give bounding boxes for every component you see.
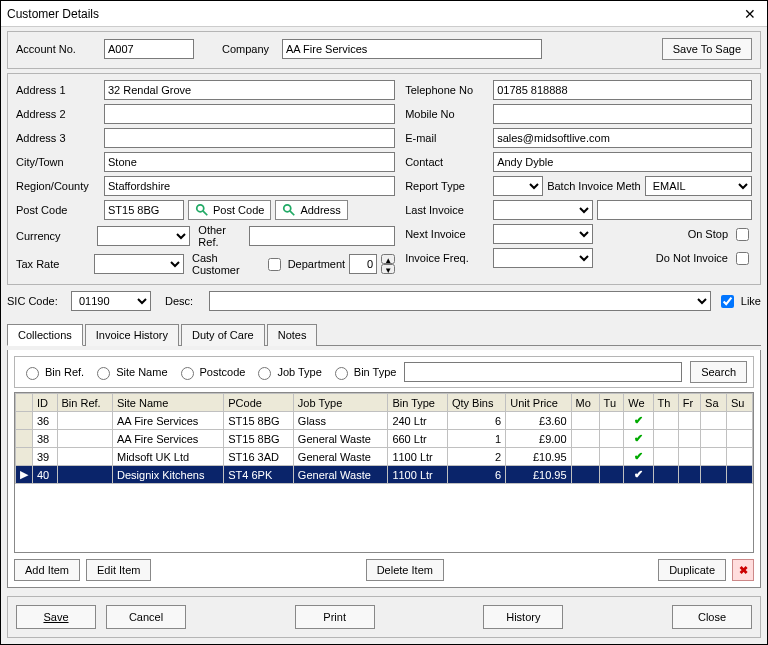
address3-input[interactable]	[104, 128, 395, 148]
column-header[interactable]: Site Name	[113, 394, 224, 412]
delete-item-button[interactable]: Delete Item	[366, 559, 444, 581]
day-cell	[678, 412, 700, 430]
currency-select[interactable]	[97, 226, 190, 246]
day-cell	[678, 430, 700, 448]
save-to-sage-button[interactable]: Save To Sage	[662, 38, 752, 60]
otherref-input[interactable]	[249, 226, 395, 246]
batch-invoice-select[interactable]: EMAIL	[645, 176, 752, 196]
column-header[interactable]: Su	[726, 394, 752, 412]
account-no-input[interactable]	[104, 39, 194, 59]
otherref-label: Other Ref.	[198, 224, 245, 248]
mobile-input[interactable]	[493, 104, 752, 124]
radio-sitename[interactable]: Site Name	[92, 364, 167, 380]
cancel-button[interactable]: Cancel	[106, 605, 186, 629]
telephone-input[interactable]	[493, 80, 752, 100]
sic-code-select[interactable]: 01190	[71, 291, 151, 311]
add-item-button[interactable]: Add Item	[14, 559, 80, 581]
collections-pane: Bin Ref. Site Name Postcode Job Type Bin…	[7, 350, 761, 588]
city-label: City/Town	[16, 156, 100, 168]
history-button[interactable]: History	[483, 605, 563, 629]
column-header[interactable]: Qty Bins	[447, 394, 505, 412]
invoice-freq-select[interactable]	[493, 248, 593, 268]
column-header[interactable]: Bin Type	[388, 394, 448, 412]
address3-label: Address 3	[16, 132, 100, 144]
day-cell	[726, 466, 752, 484]
company-input[interactable]	[282, 39, 542, 59]
cash-customer-check[interactable]	[268, 258, 281, 271]
column-header[interactable]: Tu	[599, 394, 624, 412]
day-cell	[571, 466, 599, 484]
save-button[interactable]: Save	[16, 605, 96, 629]
address2-input[interactable]	[104, 104, 395, 124]
search-input[interactable]	[404, 362, 682, 382]
radio-postcode[interactable]: Postcode	[176, 364, 246, 380]
address1-input[interactable]	[104, 80, 395, 100]
tabstrip: Collections Invoice History Duty of Care…	[7, 323, 761, 346]
tab-duty-of-care[interactable]: Duty of Care	[181, 324, 265, 346]
search-button[interactable]: Search	[690, 361, 747, 383]
edit-item-button[interactable]: Edit Item	[86, 559, 151, 581]
do-not-invoice-check[interactable]	[736, 252, 749, 265]
on-stop-check[interactable]	[736, 228, 749, 241]
contact-input[interactable]	[493, 152, 752, 172]
region-input[interactable]	[104, 176, 395, 196]
print-button[interactable]: Print	[295, 605, 375, 629]
column-header[interactable]: ID	[33, 394, 58, 412]
taxrate-select[interactable]	[94, 254, 184, 274]
column-header[interactable]: Fr	[678, 394, 700, 412]
report-type-select[interactable]	[493, 176, 543, 196]
check-icon: ✔	[634, 414, 643, 426]
day-cell	[599, 430, 624, 448]
radio-binref[interactable]: Bin Ref.	[21, 364, 84, 380]
header-panel: Account No. Company Save To Sage	[7, 31, 761, 69]
department-input[interactable]	[349, 254, 377, 274]
search-icon	[195, 203, 209, 217]
invoice-freq-label: Invoice Freq.	[405, 252, 489, 264]
collections-grid[interactable]: IDBin Ref.Site NamePCodeJob TypeBin Type…	[14, 392, 754, 553]
last-invoice-select[interactable]	[493, 200, 593, 220]
day-cell	[599, 448, 624, 466]
tab-collections[interactable]: Collections	[7, 324, 83, 346]
column-header[interactable]: We	[624, 394, 653, 412]
close-button[interactable]: Close	[672, 605, 752, 629]
column-header[interactable]: Unit Price	[506, 394, 571, 412]
sic-desc-select[interactable]	[209, 291, 711, 311]
lookup-address-button[interactable]: Address	[275, 200, 347, 220]
tab-notes[interactable]: Notes	[267, 324, 318, 346]
dept-down-button[interactable]: ▼	[381, 264, 395, 274]
check-icon: ✔	[634, 432, 643, 444]
svg-point-0	[197, 205, 204, 212]
day-cell	[653, 412, 678, 430]
tab-invoice-history[interactable]: Invoice History	[85, 324, 179, 346]
contact-column: Telephone No Mobile No E-mail Contact Re…	[405, 80, 752, 276]
column-header[interactable]: Bin Ref.	[57, 394, 113, 412]
duplicate-button[interactable]: Duplicate	[658, 559, 726, 581]
lookup-postcode-button[interactable]: Post Code	[188, 200, 271, 220]
dept-up-button[interactable]: ▲	[381, 254, 395, 264]
close-icon[interactable]: ✕	[739, 5, 761, 23]
delete-icon[interactable]: ✖	[732, 559, 754, 581]
check-icon: ✔	[634, 468, 643, 480]
next-invoice-select[interactable]	[493, 224, 593, 244]
radio-bintype[interactable]: Bin Type	[330, 364, 397, 380]
company-label: Company	[222, 43, 278, 55]
email-input[interactable]	[493, 128, 752, 148]
day-cell	[571, 448, 599, 466]
column-header[interactable]: Sa	[701, 394, 727, 412]
column-header[interactable]: Job Type	[293, 394, 388, 412]
table-row[interactable]: 38AA Fire ServicesST15 8BGGeneral Waste6…	[16, 430, 753, 448]
radio-jobtype[interactable]: Job Type	[253, 364, 321, 380]
taxrate-label: Tax Rate	[16, 258, 90, 270]
table-row[interactable]: 36AA Fire ServicesST15 8BGGlass240 Ltr6£…	[16, 412, 753, 430]
postcode-input[interactable]	[104, 200, 184, 220]
table-row[interactable]: 39Midsoft UK LtdST16 3ADGeneral Waste110…	[16, 448, 753, 466]
city-input[interactable]	[104, 152, 395, 172]
column-header[interactable]: Th	[653, 394, 678, 412]
search-row: Bin Ref. Site Name Postcode Job Type Bin…	[14, 356, 754, 388]
column-header[interactable]: Mo	[571, 394, 599, 412]
day-cell	[599, 412, 624, 430]
like-check[interactable]	[721, 295, 734, 308]
table-row[interactable]: ▶40Designix KitchensST4 6PKGeneral Waste…	[16, 466, 753, 484]
column-header[interactable]: PCode	[224, 394, 294, 412]
last-invoice-input[interactable]	[597, 200, 752, 220]
